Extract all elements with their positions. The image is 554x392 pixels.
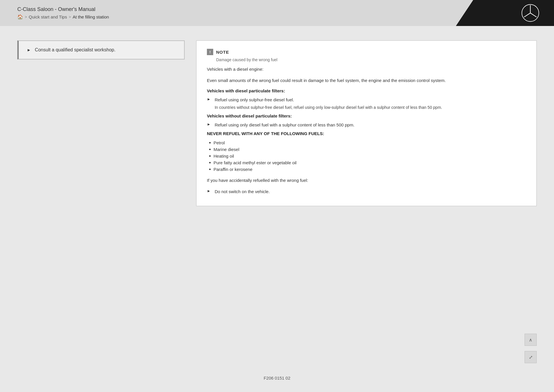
bullet-dot-icon	[209, 155, 211, 157]
scroll-up-button[interactable]: ∧	[525, 334, 537, 346]
accident-text: If you have accidentally refuelled with …	[207, 177, 526, 184]
list-item: Pure fatty acid methyl ester or vegetabl…	[209, 159, 526, 166]
list-item: Petrol	[209, 139, 526, 146]
instruction-box: ► Consult a qualified specialist worksho…	[17, 40, 185, 59]
breadcrumb-link-1[interactable]: Quick start and Tips	[29, 14, 67, 19]
breadcrumb-separator-2: >	[69, 15, 71, 19]
home-icon[interactable]: 🏠	[17, 14, 23, 20]
header: C-Class Saloon - Owner's Manual 🏠 > Quic…	[0, 0, 554, 26]
note-warning-icon: !	[207, 49, 213, 55]
header-content: C-Class Saloon - Owner's Manual 🏠 > Quic…	[0, 0, 456, 26]
section1-content-1: Refuel using only sulphur-free diesel fu…	[215, 97, 442, 111]
note-box: ! NOTE Damage caused by the wrong fuel V…	[196, 40, 537, 206]
main-content: ► Consult a qualified specialist worksho…	[0, 26, 554, 221]
right-panel: ! NOTE Damage caused by the wrong fuel V…	[196, 40, 537, 206]
section2-arrow-icon: ►	[207, 122, 211, 126]
instruction-arrow-icon: ►	[27, 48, 31, 52]
section1-sub-text-1: In countries without sulphur-free diesel…	[215, 104, 442, 111]
section1-title: Vehicles with diesel particulate filters…	[207, 88, 526, 93]
section1-main-text-1: Refuel using only sulphur-free diesel fu…	[215, 97, 442, 103]
section1-item-1: ► Refuel using only sulphur-free diesel …	[207, 97, 526, 111]
note-title: NOTE	[216, 50, 229, 55]
breadcrumb: 🏠 > Quick start and Tips > At the fillin…	[17, 14, 439, 20]
header-logo-area	[456, 0, 554, 26]
left-panel: ► Consult a qualified specialist worksho…	[17, 40, 185, 59]
accident-item-1: ► Do not switch on the vehicle.	[207, 188, 526, 195]
breadcrumb-current: At the filling station	[73, 14, 109, 19]
note-subtitle: Damage caused by the wrong fuel	[216, 57, 526, 62]
section1-arrow-icon: ►	[207, 97, 211, 101]
mercedes-logo-icon	[521, 4, 540, 22]
bullet-dot-icon	[209, 162, 211, 163]
accident-main-text-1: Do not switch on the vehicle.	[215, 188, 270, 195]
instruction-text: Consult a qualified specialist workshop.	[35, 47, 115, 53]
section2-title: Vehicles without diesel particulate filt…	[207, 113, 526, 118]
list-item: Heating oil	[209, 153, 526, 159]
note-intro-text: Vehicles with a diesel engine:	[207, 66, 526, 73]
bullet-list: Petrol Marine diesel Heating oil Pure fa…	[209, 139, 526, 173]
footer-code: F206 0151 02	[264, 376, 291, 380]
accident-content-1: Do not switch on the vehicle.	[215, 188, 270, 195]
list-item: Paraffin or kerosene	[209, 166, 526, 173]
bullet-dot-icon	[209, 142, 211, 143]
bullet-dot-icon	[209, 149, 211, 150]
section2-main-text-1: Refuel using only diesel fuel with a sul…	[215, 122, 354, 128]
section3-title: NEVER REFUEL WITH ANY OF THE FOLLOWING F…	[207, 131, 526, 136]
accident-arrow-icon: ►	[207, 189, 211, 193]
chevron-up-icon: ∧	[529, 337, 532, 343]
section2-content-1: Refuel using only diesel fuel with a sul…	[215, 122, 354, 128]
expand-icon: ⤢	[529, 354, 533, 360]
document-title: C-Class Saloon - Owner's Manual	[17, 6, 439, 12]
breadcrumb-separator-1: >	[25, 15, 27, 19]
note-body-text: Even small amounts of the wrong fuel cou…	[207, 77, 526, 84]
expand-button[interactable]: ⤢	[525, 351, 537, 363]
list-item: Marine diesel	[209, 146, 526, 153]
bullet-dot-icon	[209, 169, 211, 170]
footer: F206 0151 02	[0, 376, 554, 380]
section2-item-1: ► Refuel using only diesel fuel with a s…	[207, 122, 526, 128]
note-header: ! NOTE	[207, 49, 526, 55]
